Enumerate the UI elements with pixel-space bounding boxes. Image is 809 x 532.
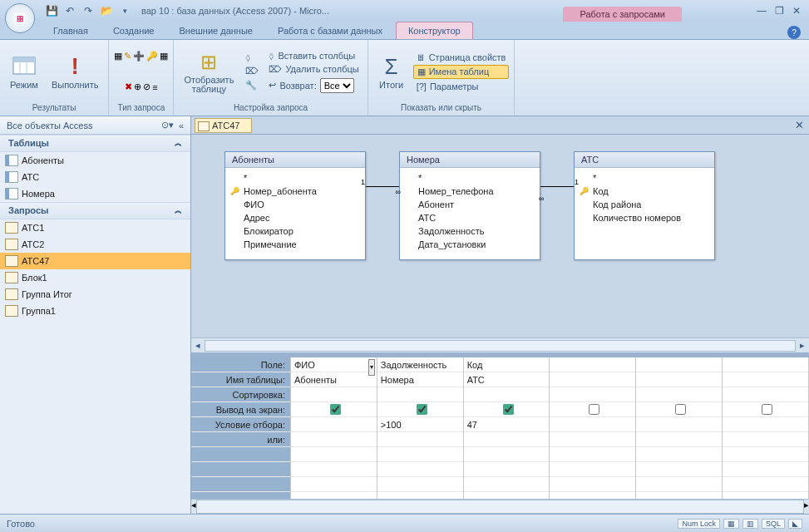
field-item[interactable]: Примечание — [232, 238, 358, 251]
append-icon[interactable]: ➕ — [133, 51, 145, 62]
document-tab[interactable]: ATC47 — [195, 118, 252, 133]
nav-query-item[interactable]: Блок1 — [0, 269, 190, 286]
field-item[interactable]: Абонент — [407, 198, 533, 211]
qbe-table-cell[interactable] — [550, 372, 635, 387]
nav-table-item[interactable]: Абоненты — [0, 152, 190, 169]
union-icon[interactable]: ⊕ — [134, 81, 141, 92]
qbe-table-cell[interactable]: Абоненты — [291, 372, 377, 387]
qbe-column[interactable]: КодАТС47 — [464, 357, 550, 499]
qbe-column[interactable]: ЗадолженностьНомера>100 — [377, 357, 464, 499]
field-star[interactable]: * — [407, 171, 533, 185]
qbe-or-cell[interactable] — [550, 432, 635, 447]
view-sql-icon[interactable]: SQL — [762, 519, 785, 529]
passthrough-icon[interactable]: ⊘ — [143, 81, 150, 92]
diagram-scrollbar[interactable]: ◂ ▸ — [191, 337, 809, 352]
undo-icon[interactable]: ↶ — [63, 4, 76, 17]
run-button[interactable]: ! Выполнить — [47, 52, 103, 91]
qbe-sort-cell[interactable] — [377, 387, 463, 402]
nav-query-item-selected[interactable]: АТС47 — [0, 253, 190, 269]
field-item[interactable]: Количество номеров — [581, 211, 708, 224]
view-button[interactable]: Режим — [5, 52, 43, 91]
nav-query-item[interactable]: Группа1 — [0, 303, 190, 319]
tab-create[interactable]: Создание — [101, 22, 166, 39]
redo-icon[interactable]: ↷ — [81, 4, 95, 17]
field-item[interactable]: ФИО — [232, 198, 358, 211]
qbe-scrollbar[interactable]: ◂ ▸ — [191, 499, 809, 514]
qbe-or-cell[interactable] — [464, 432, 550, 447]
nav-dropdown-icon[interactable]: ⊙▾ — [161, 120, 174, 131]
update-icon[interactable]: 🔑 — [146, 51, 158, 62]
field-item[interactable]: Номер_телефона — [407, 185, 533, 198]
show-checkbox[interactable] — [503, 404, 514, 415]
join-line[interactable]: 1 ∞ — [366, 186, 399, 187]
qbe-or-cell[interactable] — [636, 432, 722, 447]
show-checkbox[interactable] — [589, 404, 599, 415]
join-line[interactable]: 1 ∞ — [540, 186, 574, 187]
insert-columns-button[interactable]: ⎀Вставить столбцы — [265, 50, 362, 62]
delete-rows-button[interactable]: ⌦ — [242, 65, 262, 77]
show-checkbox[interactable] — [330, 404, 341, 415]
qbe-criteria-cell[interactable]: 47 — [464, 417, 550, 432]
help-icon[interactable]: ? — [787, 26, 801, 39]
qbe-column[interactable]: ФИО▾Абоненты — [291, 357, 377, 499]
delete-icon[interactable]: ✖ — [125, 81, 132, 92]
qbe-show-cell[interactable] — [291, 402, 377, 417]
make-table-icon[interactable]: ✎ — [124, 51, 131, 62]
save-icon[interactable]: 💾 — [45, 4, 58, 17]
view-pivot-icon[interactable]: ▥ — [742, 519, 758, 529]
field-item[interactable]: Адрес — [232, 211, 358, 224]
qbe-or-cell[interactable] — [723, 432, 808, 447]
totals-button[interactable]: Σ Итоги — [373, 52, 410, 91]
scroll-track[interactable] — [196, 500, 804, 514]
qbe-sort-cell[interactable] — [550, 387, 635, 402]
field-item[interactable]: Код — [581, 185, 708, 198]
qbe-field-cell[interactable]: Задолженность — [377, 357, 463, 372]
delete-columns-button[interactable]: ⌦Удалить столбцы — [265, 63, 362, 76]
tab-external-data[interactable]: Внешние данные — [168, 22, 264, 39]
parameters-button[interactable]: [?]Параметры — [413, 81, 510, 92]
return-select[interactable]: Все — [320, 78, 354, 93]
qbe-sort-cell[interactable] — [291, 387, 377, 402]
table-box-ats[interactable]: АТС * Код Код района Количество номеров — [574, 151, 715, 260]
qbe-show-cell[interactable] — [377, 402, 463, 417]
qbe-show-cell[interactable] — [636, 402, 722, 417]
scroll-track[interactable] — [205, 340, 796, 352]
open-icon[interactable]: 📂 — [100, 4, 113, 17]
datadef-icon[interactable]: ≡ — [152, 82, 157, 92]
show-checkbox[interactable] — [417, 404, 427, 415]
qbe-field-cell[interactable]: Код — [464, 357, 550, 372]
field-star[interactable]: * — [581, 171, 708, 185]
nav-header[interactable]: Все объекты Access ⊙▾ « — [0, 116, 190, 135]
close-button[interactable]: ✕ — [792, 5, 801, 17]
qbe-columns[interactable]: ФИО▾АбонентыЗадолженностьНомера>100КодАТ… — [291, 357, 809, 499]
nav-query-item[interactable]: Группа Итог — [0, 286, 190, 303]
table-box-nomera[interactable]: Номера * Номер_телефона Абонент АТС Задо… — [399, 151, 540, 260]
property-sheet-button[interactable]: 🗏Страница свойств — [413, 52, 510, 63]
qbe-or-cell[interactable] — [291, 432, 377, 447]
qbe-show-cell[interactable] — [723, 402, 808, 417]
nav-table-item[interactable]: АТС — [0, 169, 190, 185]
tab-db-tools[interactable]: Работа с базами данных — [266, 22, 394, 39]
office-button[interactable]: ⊞ — [5, 3, 35, 33]
tab-design[interactable]: Конструктор — [396, 22, 473, 39]
qbe-sort-cell[interactable] — [636, 387, 722, 402]
scroll-right-icon[interactable]: ▸ — [796, 340, 809, 351]
field-item[interactable]: Номер_абонента — [232, 185, 358, 198]
field-item[interactable]: Дата_установки — [407, 238, 533, 251]
qbe-field-cell[interactable]: ФИО▾ — [291, 357, 377, 372]
nav-table-item[interactable]: Номера — [0, 185, 190, 202]
field-item[interactable]: Задолженность — [407, 224, 533, 238]
nav-query-item[interactable]: АТС2 — [0, 236, 190, 253]
relationship-diagram[interactable]: Абоненты * Номер_абонента ФИО Адрес Блок… — [191, 135, 809, 337]
qbe-criteria-cell[interactable] — [550, 417, 635, 432]
view-design-icon[interactable]: ◣ — [788, 519, 802, 529]
qbe-column[interactable] — [636, 357, 723, 499]
scroll-left-icon[interactable]: ◂ — [191, 340, 205, 351]
nav-query-item[interactable]: АТС1 — [0, 219, 190, 236]
nav-category-queries[interactable]: Запросы︽ — [0, 202, 190, 219]
show-table-button[interactable]: ⊞ Отобразить таблицу — [179, 47, 239, 96]
qbe-criteria-cell[interactable] — [636, 417, 722, 432]
select-query-icon[interactable]: ▦ — [114, 51, 122, 62]
qbe-criteria-cell[interactable] — [723, 417, 808, 432]
document-close-icon[interactable]: ✕ — [795, 119, 804, 131]
